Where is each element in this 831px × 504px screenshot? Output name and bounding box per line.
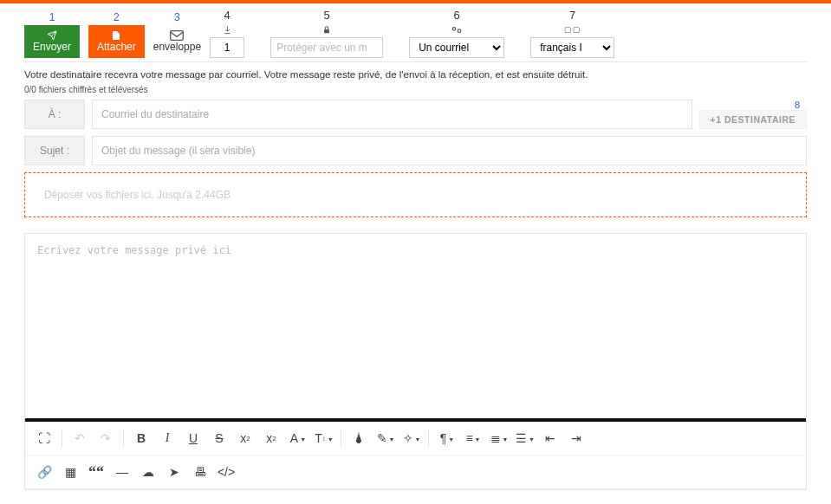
editor-toolbar-row2: 🔗 ▦ ““ — ☁ ➤ 🖶 </> <box>25 456 806 489</box>
to-row: À : 8 +1 DESTINATAIRE <box>24 100 807 129</box>
outdent-button[interactable]: ⇤ <box>538 427 562 449</box>
type-select[interactable]: Un courriel <box>409 37 504 58</box>
strike-button[interactable]: S <box>207 427 231 449</box>
drop-icon: 🌢 <box>353 431 365 445</box>
attach-button[interactable]: Attacher <box>88 25 145 58</box>
align-left-icon: ≡ <box>465 431 472 445</box>
background-color-button[interactable]: 🌢 <box>347 427 371 449</box>
envelope-icon <box>170 30 184 41</box>
attach-label: Attacher <box>97 41 136 53</box>
cursor-icon: ➤ <box>169 465 179 479</box>
code-button[interactable]: </> <box>214 461 238 483</box>
file-count-text: 0/0 fichiers chiffrés et téléversés <box>24 81 807 100</box>
subject-input[interactable] <box>92 136 807 165</box>
select-button[interactable]: ➤ <box>162 461 186 483</box>
tool-num-2: 2 <box>114 11 120 23</box>
print-button[interactable]: 🖶 <box>188 461 212 483</box>
indent-button[interactable]: ⇥ <box>564 427 588 449</box>
tool-num-4: 4 <box>224 9 230 22</box>
paper-plane-icon <box>46 30 58 41</box>
align-button[interactable]: ≡▼ <box>460 427 484 449</box>
redo-icon: ↷ <box>101 431 111 445</box>
envelope-label: enveloppe <box>153 41 201 53</box>
subject-label: Sujet : <box>24 136 85 165</box>
description-text: Votre destinataire recevra votre message… <box>24 62 807 81</box>
send-label: Envoyer <box>33 41 71 53</box>
ol-icon: ≣ <box>490 431 501 445</box>
send-button[interactable]: Envoyer <box>24 25 80 58</box>
message-editor[interactable] <box>25 234 806 416</box>
copies-input[interactable] <box>210 37 244 58</box>
tool-lang: 7 ▢▢ français I <box>530 9 614 58</box>
ul-icon: ☰ <box>516 431 527 445</box>
toolbar: 1 Envoyer 2 Attacher 3 <box>24 9 807 62</box>
to-label: À : <box>24 100 85 129</box>
italic-button[interactable]: I <box>155 427 179 449</box>
eraser-button[interactable]: ✧▼ <box>399 427 423 449</box>
upload-button[interactable]: ☁ <box>136 461 160 483</box>
language-icon: ▢▢ <box>564 23 581 36</box>
chevron-down-icon: ▼ <box>503 436 509 443</box>
tool-type: 6 Un courriel <box>409 9 504 58</box>
hr-button[interactable]: — <box>110 461 134 483</box>
tool-num-1: 1 <box>49 11 55 23</box>
chevron-down-icon: ▼ <box>415 436 421 443</box>
envelope-link[interactable]: enveloppe <box>153 25 201 58</box>
font-size-button[interactable]: T↕▼ <box>311 427 335 449</box>
chevron-down-icon: ▼ <box>389 436 395 443</box>
editor-toolbar-row1: ⛶ ↶ ↷ B I U S x2 x2 A▼ T↕▼ 🌢 ✎▼ ✧▼ ¶▼ ≡▼… <box>25 422 806 456</box>
divider <box>341 430 341 447</box>
subject-row: Sujet : <box>24 136 807 165</box>
fullscreen-button[interactable]: ⛶ <box>32 427 56 449</box>
superscript-button[interactable]: x2 <box>259 427 283 449</box>
dropzone-text: Déposer vos fichiers ici. Jusqu'à 2.44GB <box>44 189 230 201</box>
svg-rect-1 <box>324 29 329 33</box>
underline-button[interactable]: U <box>181 427 205 449</box>
link-button[interactable]: 🔗 <box>32 461 56 483</box>
download-icon <box>223 23 232 36</box>
gears-icon <box>451 23 463 36</box>
file-icon <box>111 30 121 41</box>
to-input[interactable] <box>92 100 692 129</box>
editor-wrap: ⛶ ↶ ↷ B I U S x2 x2 A▼ T↕▼ 🌢 ✎▼ ✧▼ ¶▼ ≡▼… <box>24 233 807 490</box>
tool-send: 1 Envoyer <box>24 11 80 58</box>
chevron-down-icon: ▼ <box>328 436 334 443</box>
paragraph-button[interactable]: ¶▼ <box>434 427 458 449</box>
password-input[interactable] <box>270 37 383 58</box>
print-icon: 🖶 <box>194 465 206 479</box>
divider <box>428 430 429 447</box>
redo-button[interactable]: ↷ <box>94 427 118 449</box>
table-button[interactable]: ▦ <box>58 461 82 483</box>
tool-attach: 2 Attacher <box>88 11 145 58</box>
unordered-list-button[interactable]: ☰▼ <box>512 427 536 449</box>
ordered-list-button[interactable]: ≣▼ <box>486 427 510 449</box>
quote-button[interactable]: ““ <box>84 461 108 483</box>
add-recipient-button[interactable]: +1 DESTINATAIRE <box>699 110 807 129</box>
fullscreen-icon: ⛶ <box>38 431 50 445</box>
svg-point-2 <box>452 27 456 29</box>
divider <box>62 430 62 447</box>
undo-button[interactable]: ↶ <box>68 427 92 449</box>
tool-copies: 4 <box>210 9 244 58</box>
highlight-button[interactable]: ✎▼ <box>373 427 397 449</box>
subscript-button[interactable]: x2 <box>233 427 257 449</box>
minus-icon: — <box>116 465 128 479</box>
lang-select[interactable]: français I <box>530 37 614 58</box>
svg-point-3 <box>458 29 461 32</box>
marker-icon: ✎ <box>377 431 387 445</box>
code-icon: </> <box>217 465 235 479</box>
tool-num-3: 3 <box>174 11 180 23</box>
indent-icon: ⇥ <box>571 431 581 445</box>
add-recipient-label: +1 DESTINATAIRE <box>711 114 795 125</box>
svg-rect-0 <box>171 31 184 41</box>
lock-icon <box>322 23 331 36</box>
divider <box>123 430 124 447</box>
tool-num-5: 5 <box>324 9 330 22</box>
compose-container: 1 Envoyer 2 Attacher 3 <box>0 3 831 490</box>
text-color-button[interactable]: A▼ <box>285 427 309 449</box>
bold-button[interactable]: B <box>129 427 153 449</box>
tool-num-8: 8 <box>795 100 800 110</box>
tool-envelope: 3 enveloppe <box>153 11 201 58</box>
file-dropzone[interactable]: Déposer vos fichiers ici. Jusqu'à 2.44GB <box>24 172 807 217</box>
table-icon: ▦ <box>65 465 76 479</box>
